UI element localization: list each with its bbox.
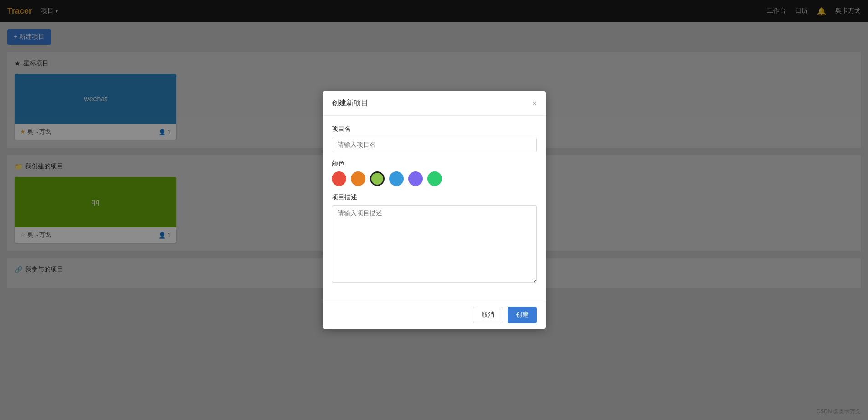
modal-body: 项目名 颜色 项目描述	[323, 116, 546, 301]
modal-header: 创建新项目 ×	[323, 91, 546, 116]
field-name-label: 项目名	[332, 125, 537, 133]
form-group-desc: 项目描述	[332, 193, 537, 285]
color-option-purple[interactable]	[408, 171, 423, 186]
color-option-blue[interactable]	[389, 171, 404, 186]
field-desc-label: 项目描述	[332, 193, 537, 202]
project-name-input[interactable]	[332, 137, 537, 152]
form-group-color: 颜色	[332, 160, 537, 186]
color-option-orange[interactable]	[351, 171, 365, 186]
color-option-green[interactable]	[427, 171, 442, 186]
modal-title: 创建新项目	[332, 99, 368, 108]
create-project-modal: 创建新项目 × 项目名 颜色 项目描述	[323, 91, 546, 329]
field-color-label: 颜色	[332, 160, 537, 168]
modal-overlay[interactable]: 创建新项目 × 项目名 颜色 项目描述	[0, 0, 868, 420]
color-picker	[332, 171, 537, 186]
modal-close-button[interactable]: ×	[532, 99, 536, 108]
color-option-red[interactable]	[332, 171, 346, 186]
color-option-yellow-green[interactable]	[370, 171, 385, 186]
create-button[interactable]: 创建	[508, 307, 537, 323]
project-desc-input[interactable]	[332, 205, 537, 283]
cancel-button[interactable]: 取消	[473, 307, 503, 323]
modal-footer: 取消 创建	[323, 301, 546, 329]
form-group-name: 项目名	[332, 125, 537, 152]
